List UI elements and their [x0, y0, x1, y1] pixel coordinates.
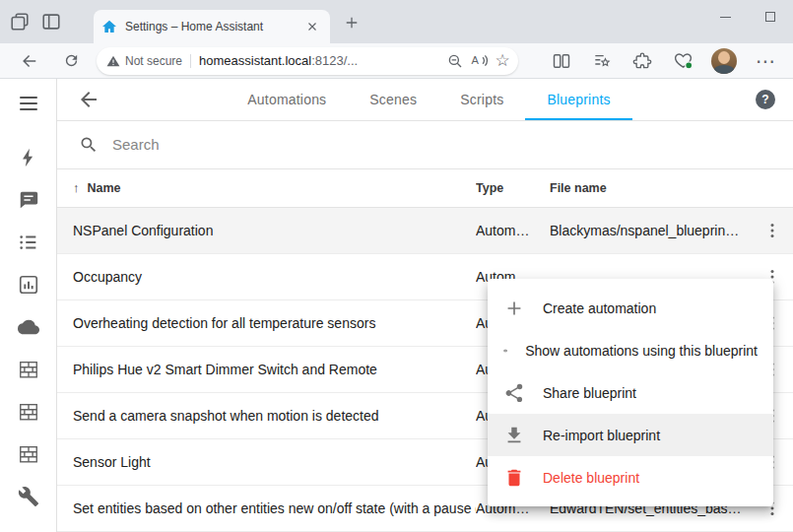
ha-sidebar [0, 79, 57, 532]
tab-automations[interactable]: Automations [226, 79, 348, 120]
address-bar[interactable]: Not secure homeassistant.local:8123/... … [97, 47, 518, 75]
blueprint-context-menu: Create automation Show automations using… [488, 279, 773, 506]
address-divider [190, 54, 191, 68]
menu-item-show-automations[interactable]: Show automations using this blueprint [488, 329, 773, 371]
ha-nav-tabs: Automations Scenes Scripts Blueprints [102, 79, 756, 120]
warning-triangle-icon [106, 54, 120, 68]
row-name: Set entities based on other entities new… [57, 500, 476, 516]
column-header-file[interactable]: File name [550, 181, 752, 195]
ha-back-icon[interactable] [75, 86, 102, 113]
menu-item-share-blueprint[interactable]: Share blueprint [488, 371, 773, 414]
sort-ascending-icon: ↑ [73, 180, 80, 195]
lightning-icon[interactable] [17, 146, 40, 169]
new-tab-icon[interactable] [339, 10, 364, 35]
table-header: ↑Name Type File name [57, 169, 793, 208]
extensions-icon[interactable] [630, 49, 654, 73]
back-icon[interactable] [16, 47, 43, 75]
row-name: Philips Hue v2 Smart Dimmer Switch and R… [57, 362, 476, 377]
row-name: NSPanel Configuration [57, 223, 476, 238]
trash-icon [503, 467, 525, 489]
list-icon[interactable] [17, 231, 40, 254]
read-aloud-icon[interactable]: A [467, 49, 491, 73]
browser-toolbar: Not secure homeassistant.local:8123/... … [0, 43, 793, 79]
column-header-type[interactable]: Type [476, 181, 550, 195]
row-name: Overheating detection for all temperatur… [57, 315, 476, 331]
bricks-icon[interactable] [17, 400, 40, 424]
menu-item-create-automation[interactable]: Create automation [488, 287, 773, 329]
svg-text:A: A [471, 54, 479, 66]
browser-tab[interactable]: Settings – Home Assistant [94, 10, 330, 43]
tab-scripts[interactable]: Scripts [438, 79, 525, 120]
sidebar-menu-icon[interactable] [17, 92, 40, 115]
window-maximize-button[interactable] [748, 0, 793, 33]
favorite-star-icon[interactable]: ☆ [491, 49, 514, 73]
search-input[interactable] [112, 136, 771, 153]
search-icon[interactable] [79, 135, 99, 155]
cloud-icon[interactable] [17, 315, 40, 339]
wrench-icon[interactable] [17, 485, 40, 508]
table-row[interactable]: NSPanel Configuration Autom… Blackymas/n… [57, 208, 793, 254]
tab-close-icon[interactable] [302, 17, 322, 36]
download-icon [503, 425, 525, 446]
row-name: Occupancy [57, 269, 476, 285]
site-security-badge[interactable]: Not secure [106, 54, 182, 68]
tab-actions-icon[interactable] [37, 8, 65, 35]
window-minimize-button[interactable] [702, 0, 748, 33]
menu-item-delete-blueprint[interactable]: Delete blueprint [488, 456, 773, 499]
bar-chart-icon[interactable] [17, 273, 40, 297]
split-screen-icon[interactable] [550, 49, 573, 73]
menu-item-reimport-blueprint[interactable]: Re-import blueprint [488, 414, 773, 456]
profile-avatar[interactable] [711, 48, 737, 74]
browser-titlebar: Settings – Home Assistant [0, 0, 793, 43]
ha-appbar: Automations Scenes Scripts Blueprints ? [57, 79, 793, 121]
row-overflow-menu-icon[interactable] [752, 221, 793, 240]
favorites-hub-icon[interactable] [590, 49, 614, 73]
url-text: homeassistant.local:8123/... [199, 53, 443, 68]
share-icon [503, 382, 525, 404]
row-file: Blackymas/nspanel_blueprin… [550, 223, 752, 238]
bricks-icon[interactable] [17, 358, 40, 381]
home-assistant-favicon [101, 19, 117, 34]
browser-menu-icon[interactable]: ⋯ [754, 49, 777, 73]
tab-blueprints[interactable]: Blueprints [525, 79, 631, 120]
row-type: Autom… [476, 223, 550, 238]
eye-icon [503, 340, 507, 362]
search-row [57, 121, 793, 169]
help-icon[interactable]: ? [756, 90, 775, 109]
row-name: Sensor Light [57, 454, 476, 470]
browser-window: Settings – Home Assistant Not secure [0, 0, 793, 532]
zoom-out-icon[interactable] [443, 49, 467, 73]
refresh-icon[interactable] [57, 47, 85, 75]
window-controls [702, 0, 793, 33]
browser-essentials-icon[interactable] [671, 49, 694, 73]
tab-scenes[interactable]: Scenes [348, 79, 438, 120]
plus-icon [503, 298, 525, 319]
workspaces-icon[interactable] [6, 8, 33, 35]
bricks-icon[interactable] [17, 442, 40, 466]
tab-title: Settings – Home Assistant [125, 20, 302, 33]
column-header-name[interactable]: ↑Name [57, 180, 476, 195]
row-name: Send a camera snapshot when motion is de… [57, 408, 476, 424]
chat-bubble-icon[interactable] [17, 188, 40, 212]
not-secure-label: Not secure [125, 54, 182, 68]
